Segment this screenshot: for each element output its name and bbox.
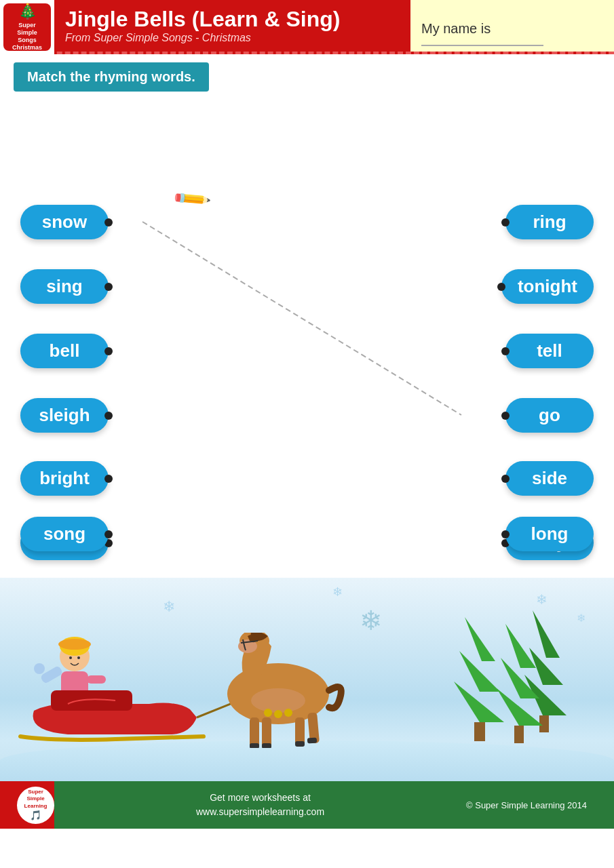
footer-center: Get more worksheets at www.supersimplele… bbox=[196, 791, 324, 819]
word-pill-song[interactable]: song bbox=[20, 517, 109, 551]
svg-rect-25 bbox=[262, 743, 271, 748]
svg-point-19 bbox=[251, 688, 305, 713]
svg-marker-31 bbox=[533, 610, 560, 658]
svg-point-5 bbox=[77, 656, 80, 659]
svg-point-29 bbox=[274, 710, 282, 718]
sleigh-scene bbox=[14, 636, 231, 747]
footer-logo-area: SuperSimpleLearning 🎵 bbox=[17, 787, 54, 824]
footer-copyright: © Super Simple Learning 2014 bbox=[466, 800, 587, 810]
trees-svg bbox=[424, 610, 580, 746]
word-pill-go[interactable]: go bbox=[505, 398, 594, 433]
dot-bell-right bbox=[104, 347, 113, 355]
dot-sing-right bbox=[104, 283, 113, 291]
dot-song-right bbox=[104, 530, 113, 538]
dot-tonight-left bbox=[497, 283, 505, 291]
word-pill-bright[interactable]: bright bbox=[20, 461, 109, 496]
svg-point-28 bbox=[264, 709, 272, 717]
logo-inner: 🎄 SuperSimpleSongsChristmas bbox=[3, 3, 51, 51]
page-header: 🎄 SuperSimpleSongsChristmas Jingle Bells… bbox=[0, 0, 614, 54]
snowflake-4: ❄ bbox=[536, 591, 548, 608]
footer-content: SuperSimpleLearning 🎵 Get more worksheet… bbox=[14, 787, 600, 824]
footer-url: www.supersimplelearning.com bbox=[196, 805, 324, 819]
pencil-icon: ✏️ bbox=[171, 178, 212, 219]
snowflake-2: ❄ bbox=[332, 585, 343, 599]
word-pill-tonight[interactable]: tonight bbox=[501, 269, 594, 304]
page-footer: SuperSimpleLearning 🎵 Get more worksheet… bbox=[0, 781, 614, 829]
horse-svg bbox=[204, 633, 353, 748]
logo-text: SuperSimpleSongsChristmas bbox=[12, 22, 42, 51]
svg-line-0 bbox=[142, 222, 461, 415]
activity-area: ✏️ snow sing bell sleigh bright ride son… bbox=[0, 90, 614, 530]
tree-group bbox=[424, 610, 580, 749]
song-row: song long bbox=[0, 517, 614, 571]
instruction-text: Match the rhyming words. bbox=[27, 69, 195, 84]
dot-snow-right bbox=[104, 218, 113, 226]
word-pill-long[interactable]: long bbox=[505, 517, 594, 551]
svg-point-3 bbox=[58, 639, 91, 650]
word-pill-sing[interactable]: sing bbox=[20, 269, 109, 304]
snowflake-1: ❄ bbox=[163, 598, 175, 616]
instruction-bar: Match the rhyming words. bbox=[14, 62, 209, 92]
page-title: Jingle Bells (Learn & Sing) bbox=[65, 7, 400, 31]
svg-marker-39 bbox=[505, 624, 536, 668]
sleigh-svg bbox=[14, 636, 231, 745]
dot-sleigh-right bbox=[104, 412, 113, 420]
snowflake-3: ❄ bbox=[360, 605, 383, 636]
dot-ring-left bbox=[501, 218, 510, 226]
svg-point-8 bbox=[34, 663, 45, 674]
word-pill-tell[interactable]: tell bbox=[505, 334, 594, 368]
word-pill-snow[interactable]: snow bbox=[20, 205, 109, 239]
dot-tell-left bbox=[501, 347, 510, 355]
svg-rect-12 bbox=[51, 690, 132, 711]
word-pill-ring[interactable]: ring bbox=[505, 205, 594, 239]
horse-container bbox=[204, 633, 353, 751]
logo-icon: 🎄 bbox=[18, 3, 37, 20]
name-box: My name is bbox=[410, 0, 614, 52]
header-title-area: Jingle Bells (Learn & Sing) From Super S… bbox=[54, 0, 410, 52]
page-subtitle: From Super Simple Songs - Christmas bbox=[65, 32, 400, 44]
svg-marker-35 bbox=[465, 617, 495, 661]
svg-rect-38 bbox=[474, 722, 485, 741]
footer-cta: Get more worksheets at bbox=[196, 791, 324, 805]
svg-point-4 bbox=[69, 656, 72, 659]
name-line bbox=[421, 45, 543, 46]
name-label: My name is bbox=[421, 21, 603, 37]
svg-marker-36 bbox=[459, 651, 500, 692]
word-pill-bell[interactable]: bell bbox=[20, 334, 109, 368]
svg-point-30 bbox=[284, 709, 292, 717]
svg-rect-9 bbox=[87, 675, 106, 684]
dot-side-left bbox=[501, 475, 510, 483]
dot-go-left bbox=[501, 412, 510, 420]
svg-rect-42 bbox=[514, 726, 524, 743]
illustration-area: ❄ ❄ ❄ ❄ ❄ bbox=[0, 578, 614, 781]
logo-container: 🎄 SuperSimpleSongsChristmas bbox=[0, 0, 54, 54]
dot-bright-right bbox=[104, 475, 113, 483]
dot-long-left bbox=[501, 530, 510, 538]
svg-rect-27 bbox=[307, 737, 318, 743]
svg-rect-24 bbox=[250, 743, 259, 748]
svg-rect-34 bbox=[539, 715, 549, 732]
word-pill-side[interactable]: side bbox=[505, 461, 594, 496]
footer-logo: SuperSimpleLearning 🎵 bbox=[17, 787, 54, 824]
word-pill-sleigh[interactable]: sleigh bbox=[20, 398, 109, 433]
svg-rect-26 bbox=[295, 741, 305, 747]
